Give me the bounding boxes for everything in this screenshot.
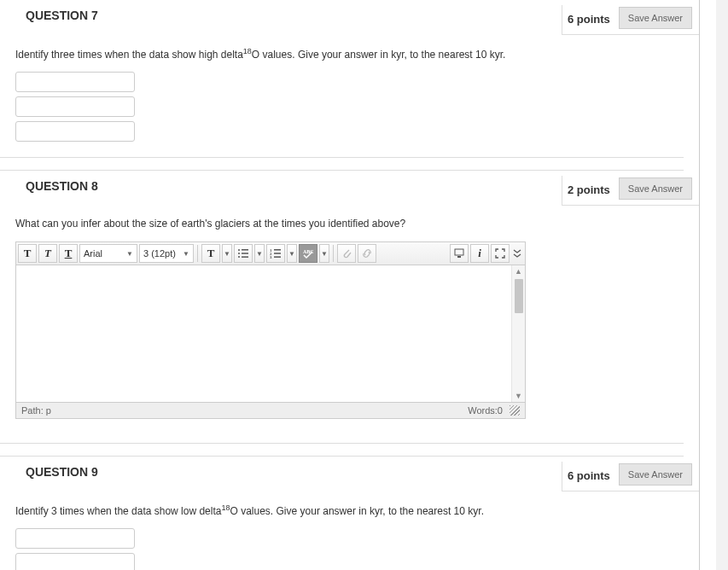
points-label: 2 points (568, 180, 619, 196)
points-label: 6 points (568, 9, 619, 26)
bullet-list-button[interactable] (234, 244, 253, 263)
answer-input-1[interactable] (15, 72, 135, 92)
link-button[interactable] (358, 244, 376, 263)
scroll-up-icon[interactable]: ▲ (512, 265, 525, 277)
spellcheck-dropdown[interactable]: ▼ (319, 244, 329, 263)
answer-input-2[interactable] (15, 553, 135, 570)
question-header: QUESTION 7 6 points Save Answer (0, 0, 699, 35)
svg-point-2 (238, 253, 240, 254)
prompt-text: Identify 3 times when the data show low … (15, 505, 221, 517)
question-body: Identify three times when the data show … (0, 35, 699, 142)
fullscreen-icon (494, 247, 506, 259)
svg-rect-9 (274, 253, 281, 254)
spellcheck-icon: ABC (302, 247, 314, 259)
expand-icon (511, 247, 523, 259)
question-8: QUESTION 8 2 points Save Answer What can… (0, 166, 699, 452)
svg-point-4 (238, 256, 240, 258)
svg-rect-7 (274, 249, 281, 251)
text-color-dropdown[interactable]: ▼ (222, 244, 232, 263)
points-label: 6 points (568, 466, 619, 482)
separator (0, 157, 684, 158)
font-size-select[interactable]: 3 (12pt) ▼ (139, 244, 194, 263)
editor-textarea[interactable] (16, 265, 511, 402)
font-size-label: 3 (12pt) (143, 248, 176, 259)
points-save-box: 6 points Save Answer (562, 462, 699, 491)
svg-rect-14 (457, 256, 461, 258)
prompt-superscript: 18 (243, 47, 252, 55)
scroll-thumb[interactable] (515, 279, 523, 313)
font-family-select[interactable]: Arial ▼ (79, 244, 137, 263)
svg-text:3: 3 (270, 255, 272, 259)
preview-button[interactable] (450, 244, 469, 263)
svg-rect-11 (274, 256, 281, 258)
svg-rect-3 (242, 253, 248, 254)
prompt-superscript: 18 (221, 503, 230, 512)
points-save-box: 6 points Save Answer (562, 5, 699, 35)
bullet-list-icon (237, 247, 249, 259)
fullscreen-button[interactable] (491, 244, 510, 263)
attachment-button[interactable] (337, 244, 356, 263)
save-answer-button[interactable]: Save Answer (619, 463, 692, 486)
question-prompt: Identify 3 times when the data show low … (15, 503, 699, 524)
prompt-text: Identify three times when the data show … (15, 49, 243, 61)
italic-button[interactable]: T (38, 244, 57, 263)
question-title: QUESTION 9 (0, 462, 98, 479)
paperclip-icon (341, 247, 352, 259)
editor-status-bar: Path: p Words:0 (16, 402, 525, 418)
resize-grip[interactable] (510, 405, 520, 416)
svg-rect-13 (455, 249, 463, 255)
save-answer-button[interactable]: Save Answer (619, 177, 692, 200)
question-title: QUESTION 7 (0, 5, 98, 22)
separator (0, 443, 684, 444)
answer-input-2[interactable] (15, 96, 135, 117)
bullet-list-dropdown[interactable]: ▼ (254, 244, 265, 263)
question-header: QUESTION 8 2 points Save Answer (0, 171, 699, 206)
answer-input-3[interactable] (15, 121, 135, 142)
save-answer-button[interactable]: Save Answer (619, 7, 692, 29)
chevron-down-icon: ▼ (126, 250, 133, 258)
rich-text-editor: T T T Arial ▼ 3 (12pt) ▼ T ▼ (15, 241, 526, 419)
editor-path: Path: p (21, 405, 51, 416)
question-title: QUESTION 8 (0, 176, 98, 193)
right-gutter (716, 0, 728, 570)
expand-toolbar-button[interactable] (511, 244, 523, 263)
font-family-label: Arial (84, 248, 102, 259)
chevron-down-icon: ▼ (183, 250, 189, 258)
editor-word-count: Words:0 (468, 405, 506, 416)
text-color-button[interactable]: T (201, 244, 220, 263)
question-prompt: Identify three times when the data show … (15, 47, 699, 67)
editor-body: ▲ ▼ (16, 265, 525, 402)
svg-rect-1 (242, 249, 248, 251)
question-header: QUESTION 9 6 points Save Answer (0, 457, 699, 491)
bold-button[interactable]: T (18, 244, 37, 263)
scroll-down-icon[interactable]: ▼ (512, 390, 525, 402)
prompt-text: O values. Give your answer in kyr, to th… (252, 49, 505, 61)
svg-point-0 (238, 249, 240, 251)
spellcheck-button[interactable]: ABC (299, 244, 317, 263)
number-list-icon: 123 (270, 247, 282, 259)
question-9: QUESTION 9 6 points Save Answer Identify… (0, 452, 699, 570)
number-list-button[interactable]: 123 (266, 244, 285, 263)
link-icon (361, 247, 373, 259)
question-prompt: What can you infer about the size of ear… (15, 218, 699, 236)
question-body: Identify 3 times when the data show low … (0, 491, 699, 570)
question-body: What can you infer about the size of ear… (0, 206, 699, 419)
editor-toolbar: T T T Arial ▼ 3 (12pt) ▼ T ▼ (16, 242, 525, 265)
svg-rect-5 (242, 256, 248, 258)
underline-button[interactable]: T (59, 244, 78, 263)
info-button[interactable]: i (470, 244, 489, 263)
question-7: QUESTION 7 6 points Save Answer Identify… (0, 0, 699, 166)
monitor-icon (453, 247, 465, 259)
editor-scrollbar[interactable]: ▲ ▼ (511, 265, 525, 402)
page-content: QUESTION 7 6 points Save Answer Identify… (0, 0, 700, 570)
answer-input-1[interactable] (15, 528, 135, 549)
prompt-text: O values. Give your answer in kyr, to th… (230, 505, 484, 517)
points-save-box: 2 points Save Answer (562, 176, 699, 206)
number-list-dropdown[interactable]: ▼ (287, 244, 297, 263)
